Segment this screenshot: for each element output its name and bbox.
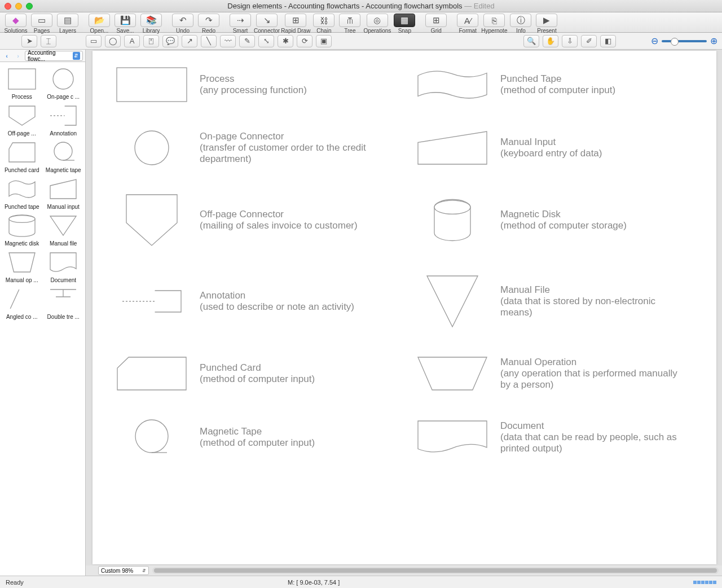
library-button[interactable]: 📚 — [140, 14, 162, 27]
stencil-item-dtree[interactable]: Double tre ... — [44, 287, 83, 320]
present-button[interactable]: ▶ — [536, 14, 557, 27]
stencil-item-pcard[interactable]: Punched card — [2, 140, 42, 173]
text-select-tool-button[interactable]: ⌶ — [41, 35, 56, 47]
stencil-item-rect[interactable]: Process — [2, 67, 42, 100]
rapiddraw-button[interactable]: ⊞ — [285, 14, 306, 27]
grid-button[interactable]: ⊞ — [425, 14, 447, 27]
symbol-title: Manual Operation — [500, 357, 683, 368]
stencil-item-minput[interactable]: Manual input — [44, 177, 83, 210]
edit-points-tool-button[interactable]: ✱ — [278, 35, 293, 47]
stencil-label: Magnetic disk — [5, 240, 39, 247]
symbol-annot-icon[interactable] — [104, 289, 200, 314]
operations-button[interactable]: ◎ — [367, 14, 388, 27]
stencil-item-mfile[interactable]: Manual file — [44, 213, 83, 247]
drawing-canvas[interactable]: Process(any processing function)Punched … — [93, 51, 716, 564]
zoom-slider[interactable] — [662, 40, 707, 42]
window-title: Design elements - Accounting flowcharts … — [5, 2, 717, 10]
symbol-title: On-page Connector — [200, 131, 382, 142]
symbol-mfile-icon[interactable] — [404, 274, 500, 328]
nav-back-icon[interactable]: ‹ — [2, 52, 11, 59]
svg-rect-0 — [8, 69, 36, 89]
stencil-item-aconn[interactable]: Angled co ... — [2, 287, 42, 320]
symbol-pcard-icon[interactable] — [104, 356, 200, 392]
symbol-doc-icon[interactable] — [404, 419, 500, 455]
svg-point-6 — [434, 200, 470, 214]
symbol-cell: On-page Connector(transfer of customer o… — [104, 130, 404, 166]
solutions-button[interactable]: ◆ — [5, 14, 27, 27]
snap-button[interactable]: ▦ — [394, 14, 415, 27]
eraser-tool-button[interactable]: ◧ — [600, 35, 616, 47]
line-tool-button[interactable]: ╲ — [201, 35, 217, 47]
symbol-offpage-icon[interactable] — [104, 193, 200, 247]
stencil-item-offpage[interactable]: Off-page ... — [2, 103, 42, 137]
callout-tool-button[interactable]: 💬 — [162, 35, 178, 47]
maximize-icon[interactable] — [26, 3, 33, 10]
stencil-item-mdisk[interactable]: Magnetic disk — [2, 213, 42, 247]
tree-button[interactable]: ⫚ — [339, 14, 360, 27]
pointer-tool-button[interactable]: ➤ — [21, 35, 37, 47]
nav-forward-icon[interactable]: › — [14, 52, 23, 59]
stencil-label: Document — [50, 277, 76, 283]
symbol-circle-icon[interactable] — [104, 130, 200, 166]
symbol-title: Magnetic Disk — [500, 209, 683, 220]
chevron-updown-icon: ⇵ — [73, 52, 80, 60]
stencil-library-select[interactable]: Accounting flowc... ⇵ — [25, 51, 83, 61]
textbox-tool-button[interactable]: ⍞ — [143, 35, 159, 47]
layers-button[interactable]: ▤ — [57, 14, 78, 27]
crop-tool-button[interactable]: ▣ — [316, 35, 332, 47]
stencil-item-mop[interactable]: Manual op ... — [2, 250, 42, 283]
format-button[interactable]: A⁄ — [457, 14, 478, 27]
zoom-out-icon[interactable]: ⊖ — [651, 36, 658, 46]
horizontal-scrollbar[interactable] — [152, 567, 719, 574]
symbol-cell: Annotation(used to describe or note an a… — [104, 274, 404, 328]
undo-button[interactable]: ↶ — [172, 14, 193, 27]
rapiddraw-icon: ⊞ — [292, 15, 300, 25]
symbol-title: Manual File — [500, 284, 683, 296]
zoom-in-icon[interactable]: ⊕ — [710, 36, 717, 46]
stencil-label: Angled co ... — [6, 314, 38, 320]
symbol-minput-icon[interactable] — [404, 130, 500, 166]
rectangle-tool-button[interactable]: ▭ — [86, 35, 102, 47]
minimize-icon[interactable] — [15, 3, 22, 10]
snap-tool-button[interactable]: ⇩ — [562, 35, 578, 47]
symbol-ptape-icon[interactable] — [404, 67, 500, 103]
pen-tool-button[interactable]: ✎ — [239, 35, 255, 47]
redo-button[interactable]: ↷ — [198, 14, 219, 27]
search-icon[interactable]: 🔍 — [523, 35, 539, 47]
symbol-mtape-icon[interactable] — [104, 419, 200, 456]
open-button[interactable]: 📂 — [89, 14, 110, 27]
pages-button[interactable]: ▭ — [31, 14, 52, 27]
connector-tool-button[interactable]: ⤡ — [258, 35, 274, 47]
toolbar-label: Format — [459, 28, 477, 34]
ellipse-tool-button[interactable]: ◯ — [105, 35, 121, 47]
pan-tool-button[interactable]: ✋ — [543, 35, 558, 47]
smart-button[interactable]: ⇢ — [230, 14, 251, 27]
connector-button[interactable]: ↘ — [256, 14, 278, 27]
toolbar-label: Snap — [398, 28, 411, 34]
symbol-cell: Manual Operation(any operation that is p… — [404, 356, 705, 392]
symbol-title: Punched Card — [200, 362, 382, 374]
stencil-item-annot[interactable]: Annotation — [44, 103, 83, 137]
chain-button[interactable]: ⛓ — [313, 14, 334, 27]
stencil-item-circle[interactable]: On-page c ... — [44, 67, 83, 100]
eyedropper-tool-button[interactable]: ✐ — [581, 35, 597, 47]
stencil-library-label: Accounting flowc... — [28, 50, 73, 62]
symbol-description: Manual Operation(any operation that is p… — [500, 357, 705, 390]
symbol-mop-icon[interactable] — [404, 356, 500, 392]
hypernote-button[interactable]: ⎘ — [483, 14, 505, 27]
rotate-tool-button[interactable]: ⟳ — [297, 35, 312, 47]
stencil-item-doc[interactable]: Document — [44, 250, 83, 283]
close-icon[interactable] — [5, 3, 11, 10]
save-button[interactable]: 💾 — [115, 14, 136, 27]
zoom-level-select[interactable]: Custom 98% ⇵ — [98, 566, 149, 575]
stencil-item-ptape[interactable]: Punched tape — [2, 177, 42, 210]
stencil-item-mtape[interactable]: Magnetic tape — [44, 140, 83, 173]
arrow-tool-button[interactable]: ↗ — [182, 35, 197, 47]
symbol-mdisk-icon[interactable] — [404, 199, 500, 242]
workspace: ‹ › Accounting flowc... ⇵ ProcessOn-page… — [0, 50, 722, 576]
save-icon: 💾 — [120, 15, 131, 25]
text-tool-button[interactable]: A — [124, 35, 140, 47]
info-button[interactable]: ⓘ — [510, 14, 531, 27]
curve-tool-button[interactable]: 〰 — [220, 35, 236, 47]
symbol-rect-icon[interactable] — [104, 67, 200, 103]
